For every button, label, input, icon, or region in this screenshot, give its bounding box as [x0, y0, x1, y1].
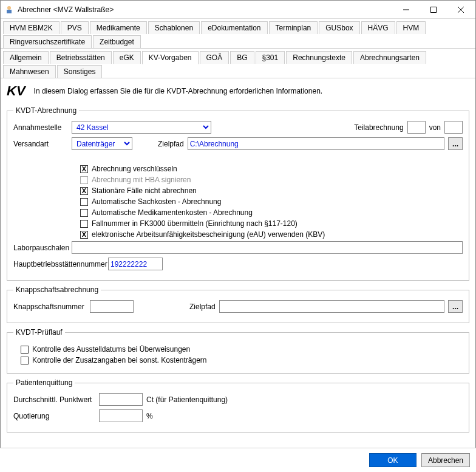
- checkbox[interactable]: X: [80, 165, 88, 173]
- tab-egk[interactable]: eGK: [113, 51, 141, 64]
- kv-header: KV In diesem Dialog erfassen Sie die für…: [7, 83, 469, 99]
- window-title: Abrechner <MVZ Wallstraße>: [18, 5, 392, 14]
- von-label: von: [429, 123, 441, 132]
- tab-schablonen[interactable]: Schablonen: [148, 21, 200, 34]
- quot-input[interactable]: [99, 409, 143, 422]
- tab-edokumentation[interactable]: eDokumentation: [201, 21, 267, 34]
- checkbox-label: Kontrolle des Ausstelldatums bei Überwei…: [32, 345, 190, 354]
- prueflauf-legend: KVDT-Prüflauf: [13, 328, 65, 337]
- ok-button[interactable]: OK: [369, 453, 416, 467]
- minimize-button[interactable]: [392, 1, 420, 18]
- checkbox[interactable]: X: [80, 187, 88, 195]
- tab-pvs[interactable]: PVS: [61, 21, 89, 34]
- quittung-legend: Patientenquittung: [13, 378, 75, 387]
- checkbox-label: Automatische Sachkosten - Abrechnung: [92, 197, 221, 206]
- bottom-bar: OK Abbrechen: [0, 448, 476, 472]
- tab-sonstiges[interactable]: Sonstiges: [57, 65, 103, 78]
- checkbox-label: Kontrolle der Zusatzangaben bei sonst. K…: [32, 356, 207, 364]
- checkbox-row: Abrechnung mit HBA signieren: [80, 176, 463, 184]
- checkbox[interactable]: X: [80, 231, 88, 239]
- cancel-button[interactable]: Abbrechen: [421, 453, 470, 467]
- tab-hvm-ebm2k[interactable]: HVM EBM2K: [3, 21, 59, 34]
- knapp-zielpfad-input[interactable]: [219, 300, 444, 313]
- versand-select[interactable]: Datenträger: [72, 137, 132, 150]
- annahme-select[interactable]: 42 Kassel: [72, 121, 211, 134]
- tab-medikamente[interactable]: Medikamente: [90, 21, 147, 34]
- quittung-group: Patientenquittung Durchschnittl. Punktwe…: [7, 378, 469, 433]
- checkbox-row: Kontrolle des Ausstelldatums bei Überwei…: [21, 345, 463, 354]
- kv-description: In diesem Dialog erfassen Sie die für di…: [34, 87, 323, 95]
- checkbox[interactable]: [80, 198, 88, 206]
- tab-go-[interactable]: GOÄ: [200, 51, 229, 64]
- tab-rechnungstexte[interactable]: Rechnungstexte: [286, 51, 352, 64]
- checkbox-label: Automatische Medikamentenkosten - Abrech…: [92, 208, 253, 217]
- checkbox-row: Fallnummer in FK3000 übermitteln (Einric…: [80, 219, 463, 228]
- checkbox-row: Xelektronische Arbeitsunfähigkeitsbesche…: [80, 230, 463, 239]
- checkbox[interactable]: [80, 220, 88, 228]
- punkt-input[interactable]: [99, 393, 143, 406]
- knapp-group: Knappschaftsabrechnung Knappschaftsnumme…: [7, 286, 469, 323]
- tab-kv-vorgaben[interactable]: KV-Vorgaben: [142, 51, 199, 64]
- knapp-zielpfad-label: Zielpfad: [189, 303, 216, 311]
- svg-point-0: [7, 6, 11, 10]
- tab-zeitbudget[interactable]: Zeitbudget: [93, 35, 141, 48]
- checkbox: [80, 176, 88, 184]
- punkt-suffix: Ct (für Patientenquittung): [146, 395, 228, 404]
- content-area: KV In diesem Dialog erfassen Sie die für…: [1, 78, 475, 442]
- tab-bg[interactable]: BG: [230, 51, 254, 64]
- checkbox-label: elektronische Arbeitsunfähigkeitsbeschei…: [92, 230, 325, 239]
- tab-ringversuchszertifikate[interactable]: Ringversuchszertifikate: [3, 35, 92, 48]
- annahme-label: Annahmestelle: [13, 123, 68, 132]
- checkbox[interactable]: [21, 357, 29, 364]
- kv-logo: KV: [7, 83, 25, 99]
- checkbox-row: XAbrechnung verschlüsseln: [80, 165, 463, 173]
- checkbox-row: Automatische Sachkosten - Abrechnung: [80, 197, 463, 206]
- checkbox-row: Kontrolle der Zusatzangaben bei sonst. K…: [21, 356, 463, 364]
- checkbox[interactable]: [80, 209, 88, 217]
- von-input[interactable]: [444, 121, 463, 134]
- checkbox-label: Stationäre Fälle nicht abrechnen: [92, 186, 197, 195]
- knapp-nr-label: Knappschaftsnummer: [13, 303, 86, 311]
- teil-label: Teilabrechnung: [354, 123, 403, 132]
- kvdt-legend: KVDT-Abrechnung: [13, 106, 79, 115]
- app-icon: [4, 5, 14, 15]
- haupt-input[interactable]: [108, 258, 163, 270]
- tab-terminplan[interactable]: Terminplan: [269, 21, 318, 34]
- tab-allgemein[interactable]: Allgemein: [3, 51, 49, 64]
- tab--301[interactable]: §301: [256, 51, 285, 64]
- tab-h-vg[interactable]: HÄVG: [361, 21, 395, 34]
- checkbox-label: Abrechnung mit HBA signieren: [92, 176, 191, 184]
- tab-mahnwesen[interactable]: Mahnwesen: [3, 65, 56, 78]
- checkbox-label: Fallnummer in FK3000 übermitteln (Einric…: [92, 219, 298, 228]
- labor-label: Laborpauschalen: [13, 244, 68, 252]
- kvdt-group: KVDT-Abrechnung Annahmestelle 42 Kassel …: [7, 106, 469, 281]
- haupt-label: Hauptbetriebsstättennummer: [13, 260, 104, 268]
- close-button[interactable]: [447, 1, 474, 18]
- punkt-label: Durchschnittl. Punktwert: [13, 395, 95, 404]
- svg-rect-3: [430, 7, 436, 12]
- checkbox-label: Abrechnung verschlüsseln: [92, 165, 177, 173]
- tab-hvm[interactable]: HVM: [396, 21, 426, 34]
- checkbox[interactable]: [21, 346, 29, 354]
- zielpfad-input[interactable]: [188, 137, 444, 150]
- zielpfad-label: Zielpfad: [158, 140, 184, 148]
- versand-label: Versandart: [13, 140, 68, 148]
- knapp-browse-button[interactable]: ...: [448, 300, 463, 313]
- knapp-nr-input[interactable]: [90, 300, 134, 313]
- tab-betriebsst-tten[interactable]: Betriebsstätten: [50, 51, 112, 64]
- teil-input[interactable]: [407, 121, 426, 134]
- tabs-row-2: AllgemeinBetriebsstätteneGKKV-VorgabenGO…: [1, 49, 475, 78]
- checkbox-row: XStationäre Fälle nicht abrechnen: [80, 186, 463, 195]
- quot-label: Quotierung: [13, 412, 95, 420]
- tab-abrechnungsarten[interactable]: Abrechnungsarten: [353, 51, 426, 64]
- prueflauf-group: KVDT-Prüflauf Kontrolle des Ausstelldatu…: [7, 328, 469, 374]
- quot-suffix: %: [146, 412, 153, 420]
- svg-rect-1: [7, 10, 12, 13]
- checkbox-row: Automatische Medikamentenkosten - Abrech…: [80, 208, 463, 217]
- zielpfad-browse-button[interactable]: ...: [448, 137, 463, 150]
- maximize-button[interactable]: [420, 1, 447, 18]
- tabs-row-1: HVM EBM2KPVSMedikamenteSchabloneneDokume…: [1, 19, 475, 49]
- tab-gusbox[interactable]: GUSbox: [319, 21, 359, 34]
- titlebar: Abrechner <MVZ Wallstraße>: [1, 1, 475, 19]
- labor-input[interactable]: [72, 241, 463, 254]
